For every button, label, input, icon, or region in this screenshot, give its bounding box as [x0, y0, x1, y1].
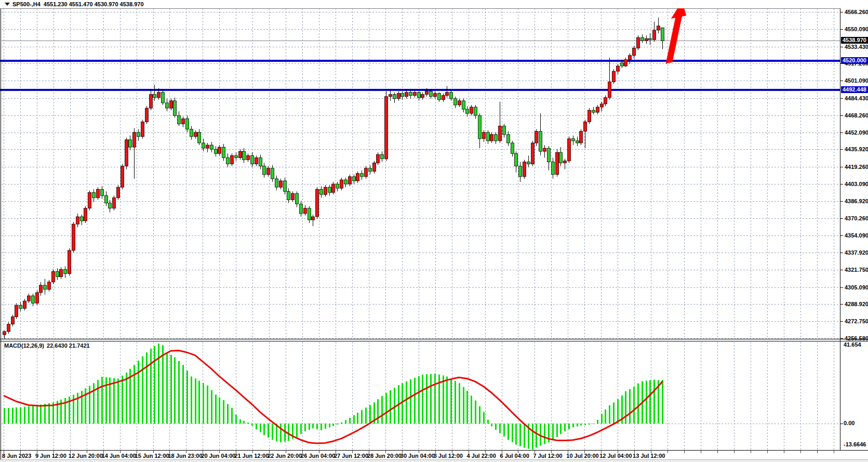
bear-candle	[507, 135, 510, 143]
bear-candle	[173, 101, 177, 115]
bear-candle	[259, 157, 262, 166]
time-axis-label: 15 Jun 12:00	[135, 453, 169, 459]
macd-histogram-bar	[589, 424, 590, 425]
bull-candle	[141, 122, 144, 136]
bull-candle	[60, 269, 63, 276]
bear-candle	[344, 180, 348, 184]
macd-histogram-bar	[515, 424, 517, 445]
window-bottom-strip	[0, 459, 868, 462]
bull-candle	[543, 148, 546, 151]
bear-candle	[235, 155, 238, 157]
macd-histogram-bar	[568, 424, 570, 429]
bear-candle	[454, 99, 457, 105]
price-level-tag: 4492.448	[841, 86, 868, 93]
macd-histogram-bar	[260, 424, 261, 432]
bull-candle	[68, 250, 71, 274]
macd-histogram-bar	[544, 424, 545, 444]
bear-candle	[381, 154, 384, 159]
bear-candle	[300, 204, 303, 214]
macd-histogram-bar	[662, 380, 663, 424]
macd-histogram-bar	[28, 406, 30, 424]
panel-separator[interactable]	[0, 339, 868, 341]
indicator-values: 22.6430 21.7421	[47, 342, 90, 349]
bear-candle	[438, 94, 441, 100]
bull-candle	[52, 271, 55, 282]
macd-histogram-bar	[390, 390, 391, 424]
macd-histogram-bar	[146, 352, 148, 424]
bear-candle	[641, 37, 644, 41]
bear-candle	[360, 174, 364, 177]
macd-histogram-bar	[426, 374, 428, 424]
macd-histogram-bar	[178, 361, 180, 424]
macd-histogram-bar	[239, 419, 241, 424]
bull-candle	[304, 208, 307, 214]
bull-candle	[596, 107, 599, 112]
macd-histogram-bar	[341, 423, 342, 424]
macd-histogram-bar	[377, 399, 379, 424]
ohlc-values: 4551.230 4551.470 4530.970 4538.970	[44, 1, 144, 7]
bull-candle	[365, 168, 368, 177]
macd-histogram-bar	[247, 423, 249, 424]
macd-histogram-bar	[223, 400, 224, 424]
macd-histogram-bar	[280, 424, 282, 442]
time-axis-label: 18 Jun 23:00	[168, 453, 203, 459]
price-axis-label: 4468.260	[845, 112, 868, 119]
bear-candle	[186, 118, 189, 129]
symbol-dropdown-icon[interactable]	[5, 3, 10, 6]
macd-histogram-bar	[499, 424, 501, 433]
up-arrow-annotation[interactable]	[666, 1, 687, 63]
macd-histogram-bar	[162, 345, 164, 424]
bear-candle	[369, 168, 372, 171]
macd-histogram-bar	[138, 361, 139, 424]
bear-candle	[166, 103, 169, 108]
bear-candle	[559, 152, 563, 163]
macd-histogram-bar	[503, 424, 505, 437]
macd-histogram-bar	[117, 379, 119, 424]
bull-candle	[88, 192, 91, 208]
time-axis-label: 21 Jun 12:00	[234, 453, 269, 459]
macd-histogram-bar	[166, 352, 168, 424]
macd-histogram-bar	[296, 424, 298, 437]
macd-histogram-bar	[508, 424, 509, 440]
time-axis-label: 10 Jul 20:00	[566, 453, 598, 459]
price-axis-label: 4419.260	[845, 164, 868, 170]
bear-candle	[474, 107, 477, 115]
bull-candle	[125, 140, 128, 166]
chart-canvas[interactable]	[0, 0, 868, 462]
bear-candle	[44, 285, 47, 289]
macd-histogram-bar	[414, 378, 416, 424]
macd-histogram-bar	[40, 405, 42, 424]
macd-histogram-bar	[524, 424, 525, 448]
bull-candle	[267, 168, 270, 175]
bear-candle	[210, 145, 213, 149]
bear-candle	[153, 95, 156, 98]
bear-candle	[592, 110, 595, 112]
macd-histogram-bar	[394, 388, 395, 424]
macd-histogram-bar	[191, 376, 192, 424]
macd-histogram-bar	[369, 405, 371, 424]
chart-title: SP500-,H44551.230 4551.470 4530.970 4538…	[12, 1, 147, 7]
bull-candle	[413, 93, 417, 96]
macd-signal-line	[4, 351, 662, 444]
time-axis-label: 12 Jul 04:00	[599, 453, 632, 459]
time-axis-label: 20 Jun 04:00	[201, 453, 235, 459]
bull-candle	[612, 71, 616, 82]
macd-histogram-bar	[560, 424, 562, 434]
bull-candle	[117, 187, 120, 197]
bear-candle	[547, 148, 551, 162]
macd-histogram-bar	[182, 365, 184, 424]
macd-histogram-bar	[653, 380, 655, 424]
indicator-label: MACD(12,26,9)22.6430 21.7421	[4, 342, 92, 349]
bull-candle	[316, 189, 319, 217]
macd-histogram-bar	[186, 371, 188, 424]
macd-histogram-bar	[219, 398, 220, 424]
time-axis-label: 7 Jul 12:00	[533, 453, 562, 459]
macd-histogram-bar	[321, 424, 322, 430]
bull-candle	[97, 189, 100, 197]
bear-candle	[572, 139, 575, 141]
macd-histogram-bar	[410, 379, 411, 424]
macd-histogram-bar	[577, 424, 578, 427]
macd-histogram-bar	[288, 424, 289, 441]
macd-histogram-bar	[300, 424, 302, 434]
bull-candle	[588, 110, 591, 122]
